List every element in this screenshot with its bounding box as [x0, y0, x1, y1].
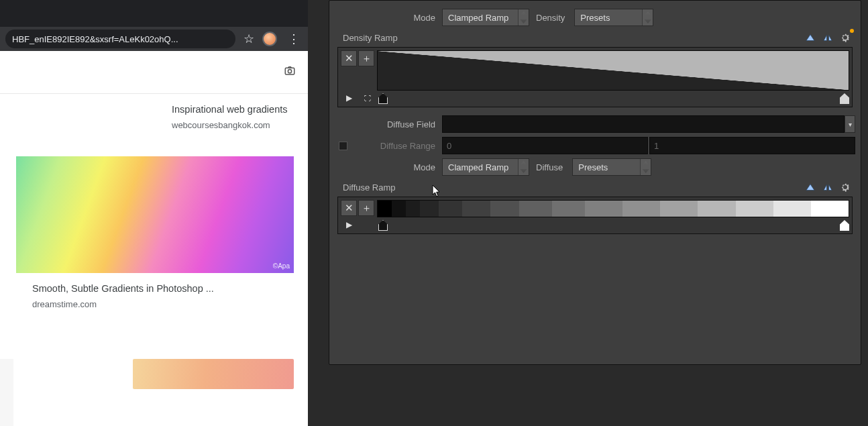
browser-window: HBF_enIE892IE892&sxsrf=ALeKk02ohQ... ☆ ⋮… — [0, 0, 308, 426]
app-area: Mode Clamped Ramp Density Presets Densit… — [329, 0, 868, 426]
url-text: HBF_enIE892IE892&sxsrf=ALeKk02ohQ... — [12, 34, 178, 44]
gradient-thumbnail[interactable] — [133, 359, 294, 389]
stepper-icon[interactable] — [640, 159, 651, 175]
parameters-panel: Mode Clamped Ramp Density Presets Densit… — [329, 0, 861, 365]
url-bar[interactable]: HBF_enIE892IE892&sxsrf=ALeKk02ohQ... — [5, 30, 235, 48]
label-density-ramp: Density Ramp — [335, 29, 398, 46]
svg-rect-0 — [285, 68, 294, 74]
play-icon[interactable]: ▶ — [341, 92, 357, 104]
ramp-delete-point-button[interactable]: ✕ — [341, 50, 357, 66]
stepper-icon[interactable] — [518, 9, 529, 25]
result-item[interactable]: Smooth, Subtle Gradients in Photoshop ..… — [0, 150, 305, 310]
ramp-handle-end[interactable] — [840, 93, 849, 104]
ramp-reverse-icon[interactable] — [820, 180, 835, 195]
expand-icon[interactable]: ⛶ — [360, 92, 376, 104]
ramp-handle-start[interactable] — [378, 220, 388, 231]
ramp-add-point-button[interactable]: ＋ — [358, 200, 374, 216]
ramp-add-point-button[interactable]: ＋ — [358, 50, 374, 66]
browser-tabstrip — [0, 0, 308, 27]
mode-dropdown[interactable]: Clamped Ramp — [442, 9, 529, 26]
ramp-handle-end[interactable] — [840, 220, 849, 231]
result-domain: dreamstime.com — [32, 299, 305, 311]
ramp-handle-track[interactable] — [378, 92, 849, 104]
play-icon[interactable]: ▶ — [341, 219, 357, 231]
mouse-cursor — [432, 184, 441, 198]
browser-toolbar: HBF_enIE892IE892&sxsrf=ALeKk02ohQ... ☆ ⋮ — [0, 27, 308, 51]
ramp-handle-track[interactable] — [378, 219, 849, 231]
stepper-icon[interactable] — [518, 159, 529, 175]
label-mode: Mode — [351, 162, 442, 172]
label-diffuse-ramp: Diffuse Ramp — [335, 178, 396, 195]
gear-icon[interactable] — [838, 180, 853, 195]
result-domain: webcoursesbangkok.com — [172, 119, 308, 131]
diffuse-ramp-editor: ✕ ＋ ▶ ⛶ — [337, 197, 853, 234]
result-title: Smooth, Subtle Gradients in Photoshop ..… — [32, 283, 214, 294]
diffuse-range-min-input[interactable]: 0 — [442, 137, 648, 154]
dropdown-value: Clamped Ramp — [448, 162, 508, 172]
result-card-placeholder — [0, 359, 13, 426]
label-mode: Mode — [351, 13, 442, 23]
result-title: Inspirational web gradients — [172, 104, 288, 115]
ramp-handle-start[interactable] — [378, 93, 388, 104]
image-results: Inspirational web gradients webcoursesba… — [0, 94, 308, 310]
kebab-menu-icon[interactable]: ⋮ — [285, 32, 303, 46]
bookmark-star-icon[interactable]: ☆ — [243, 32, 254, 46]
search-bar — [0, 51, 308, 94]
presets-dropdown[interactable]: Presets — [574, 9, 653, 26]
diffuse-range-checkbox[interactable] — [339, 142, 347, 150]
mode-dropdown[interactable]: Clamped Ramp — [442, 158, 529, 176]
label-diffuse: Diffuse — [529, 162, 572, 172]
dropdown-value: Clamped Ramp — [448, 13, 508, 23]
diffuse-ramp-canvas[interactable] — [377, 200, 849, 217]
ramp-flip-icon[interactable] — [803, 180, 818, 195]
result-item[interactable]: Inspirational web gradients webcoursesba… — [0, 103, 308, 131]
ramp-flip-icon[interactable] — [803, 30, 818, 45]
diffuse-field-input[interactable] — [442, 115, 845, 133]
label-diffuse-field: Diffuse Field — [351, 119, 442, 129]
gradient-thumbnail[interactable] — [16, 156, 294, 273]
svg-point-1 — [288, 70, 291, 73]
camera-icon[interactable] — [284, 64, 296, 80]
presets-dropdown[interactable]: Presets — [572, 158, 651, 176]
profile-avatar[interactable] — [262, 32, 277, 46]
ramp-reverse-icon[interactable] — [820, 30, 835, 45]
density-ramp-canvas[interactable] — [377, 50, 849, 91]
ramp-delete-point-button[interactable]: ✕ — [341, 200, 357, 216]
diffuse-range-max-input[interactable]: 1 — [649, 137, 855, 154]
dropdown-value: Presets — [578, 162, 608, 172]
density-ramp-editor: ✕ ＋ ▶ ⛶ — [337, 47, 853, 107]
chevron-down-icon[interactable]: ▾ — [845, 115, 855, 133]
label-diffuse-range: Diffuse Range — [351, 141, 442, 151]
dropdown-value: Presets — [580, 13, 610, 23]
gear-icon[interactable] — [838, 30, 853, 45]
stepper-icon[interactable] — [642, 9, 653, 25]
label-density: Density — [529, 13, 574, 23]
